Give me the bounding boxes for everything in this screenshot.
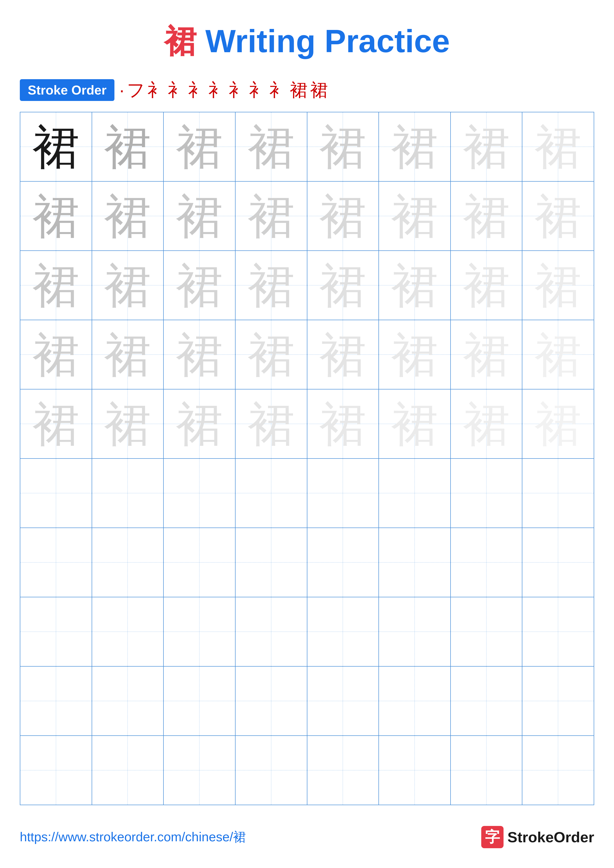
table-cell[interactable] <box>451 528 522 597</box>
table-cell[interactable]: 裙 <box>92 389 164 459</box>
table-cell[interactable] <box>522 666 594 736</box>
table-cell[interactable] <box>522 736 594 805</box>
practice-row-2: 裙 裙 裙 裙 裙 裙 裙 裙 <box>20 181 594 251</box>
practice-row-3: 裙 裙 裙 裙 裙 裙 裙 裙 <box>20 251 594 320</box>
table-cell[interactable]: 裙 <box>20 112 92 181</box>
table-cell[interactable]: 裙 <box>307 320 379 389</box>
table-cell[interactable]: 裙 <box>92 112 164 181</box>
footer-logo: 字 StrokeOrder <box>481 826 594 848</box>
table-cell[interactable] <box>235 528 307 597</box>
table-cell[interactable] <box>307 528 379 597</box>
table-cell[interactable] <box>20 528 92 597</box>
table-cell[interactable] <box>451 666 522 736</box>
table-cell[interactable]: 裙 <box>20 251 92 320</box>
table-cell[interactable] <box>163 597 235 666</box>
table-cell[interactable] <box>92 736 164 805</box>
table-cell[interactable]: 裙 <box>451 181 522 251</box>
practice-row-4: 裙 裙 裙 裙 裙 裙 裙 裙 <box>20 320 594 389</box>
table-cell[interactable]: 裙 <box>235 389 307 459</box>
table-cell[interactable]: 裙 <box>307 389 379 459</box>
table-cell[interactable]: 裙 <box>522 389 594 459</box>
table-cell[interactable] <box>451 459 522 528</box>
table-cell[interactable]: 裙 <box>163 389 235 459</box>
table-cell[interactable] <box>451 597 522 666</box>
table-cell[interactable]: 裙 <box>235 251 307 320</box>
table-cell[interactable]: 裙 <box>307 251 379 320</box>
table-cell[interactable]: 裙 <box>235 320 307 389</box>
table-cell[interactable]: 裙 <box>20 389 92 459</box>
practice-row-1: 裙 裙 裙 裙 裙 裙 裙 裙 <box>20 112 594 181</box>
page-title: 裙 Writing Practice <box>0 0 614 64</box>
table-cell[interactable] <box>522 459 594 528</box>
table-cell[interactable]: 裙 <box>307 181 379 251</box>
table-cell[interactable]: 裙 <box>379 112 451 181</box>
title-text: Writing Practice <box>196 23 450 59</box>
table-cell[interactable] <box>379 666 451 736</box>
table-cell[interactable] <box>379 459 451 528</box>
practice-row-7 <box>20 528 594 597</box>
table-cell[interactable]: 裙 <box>307 112 379 181</box>
table-cell[interactable]: 裙 <box>451 112 522 181</box>
table-cell[interactable] <box>235 736 307 805</box>
table-cell[interactable]: 裙 <box>379 389 451 459</box>
table-cell[interactable]: 裙 <box>522 181 594 251</box>
table-cell[interactable] <box>235 459 307 528</box>
table-cell[interactable] <box>235 666 307 736</box>
table-cell[interactable] <box>163 666 235 736</box>
table-cell[interactable] <box>379 597 451 666</box>
table-cell[interactable] <box>522 597 594 666</box>
stroke-order-row: Stroke Order · フ 衤 衤 衤 衤 衤 衤 衤 裙 裙 <box>0 78 614 102</box>
table-cell[interactable]: 裙 <box>451 389 522 459</box>
practice-row-9 <box>20 666 594 736</box>
table-cell[interactable] <box>379 528 451 597</box>
practice-row-6 <box>20 459 594 528</box>
table-cell[interactable] <box>451 736 522 805</box>
table-cell[interactable] <box>163 459 235 528</box>
table-cell[interactable]: 裙 <box>522 251 594 320</box>
strokeorder-logo-icon: 字 <box>481 826 504 848</box>
table-cell[interactable]: 裙 <box>522 320 594 389</box>
table-cell[interactable]: 裙 <box>235 181 307 251</box>
table-cell[interactable] <box>20 736 92 805</box>
table-cell[interactable]: 裙 <box>235 112 307 181</box>
footer-url[interactable]: https://www.strokeorder.com/chinese/裙 <box>20 828 246 846</box>
table-cell[interactable]: 裙 <box>379 320 451 389</box>
table-cell[interactable] <box>307 459 379 528</box>
table-cell[interactable]: 裙 <box>92 320 164 389</box>
stroke-order-sequence: · フ 衤 衤 衤 衤 衤 衤 衤 裙 裙 <box>120 78 328 102</box>
table-cell[interactable] <box>20 666 92 736</box>
table-cell[interactable] <box>163 736 235 805</box>
table-cell[interactable] <box>20 597 92 666</box>
practice-row-10 <box>20 736 594 805</box>
footer: https://www.strokeorder.com/chinese/裙 字 … <box>0 826 614 848</box>
practice-row-5: 裙 裙 裙 裙 裙 裙 裙 裙 <box>20 389 594 459</box>
table-cell[interactable]: 裙 <box>163 320 235 389</box>
table-cell[interactable] <box>379 736 451 805</box>
table-cell[interactable]: 裙 <box>163 251 235 320</box>
table-cell[interactable]: 裙 <box>451 320 522 389</box>
table-cell[interactable]: 裙 <box>92 181 164 251</box>
table-cell[interactable] <box>92 666 164 736</box>
table-cell[interactable] <box>92 459 164 528</box>
practice-grid: 裙 裙 裙 裙 裙 裙 裙 裙 裙 裙 裙 裙 裙 裙 裙 裙 裙 裙 裙 裙 … <box>20 112 594 805</box>
table-cell[interactable]: 裙 <box>379 251 451 320</box>
table-cell[interactable]: 裙 <box>20 320 92 389</box>
table-cell[interactable] <box>522 528 594 597</box>
table-cell[interactable]: 裙 <box>20 181 92 251</box>
table-cell[interactable] <box>235 597 307 666</box>
table-cell[interactable]: 裙 <box>451 251 522 320</box>
table-cell[interactable]: 裙 <box>163 112 235 181</box>
table-cell[interactable] <box>20 459 92 528</box>
table-cell[interactable] <box>307 736 379 805</box>
table-cell[interactable]: 裙 <box>379 181 451 251</box>
table-cell[interactable] <box>307 597 379 666</box>
practice-row-8 <box>20 597 594 666</box>
table-cell[interactable] <box>92 528 164 597</box>
footer-logo-text: StrokeOrder <box>507 829 594 846</box>
table-cell[interactable] <box>92 597 164 666</box>
table-cell[interactable]: 裙 <box>92 251 164 320</box>
table-cell[interactable] <box>163 528 235 597</box>
table-cell[interactable]: 裙 <box>522 112 594 181</box>
table-cell[interactable]: 裙 <box>163 181 235 251</box>
table-cell[interactable] <box>307 666 379 736</box>
